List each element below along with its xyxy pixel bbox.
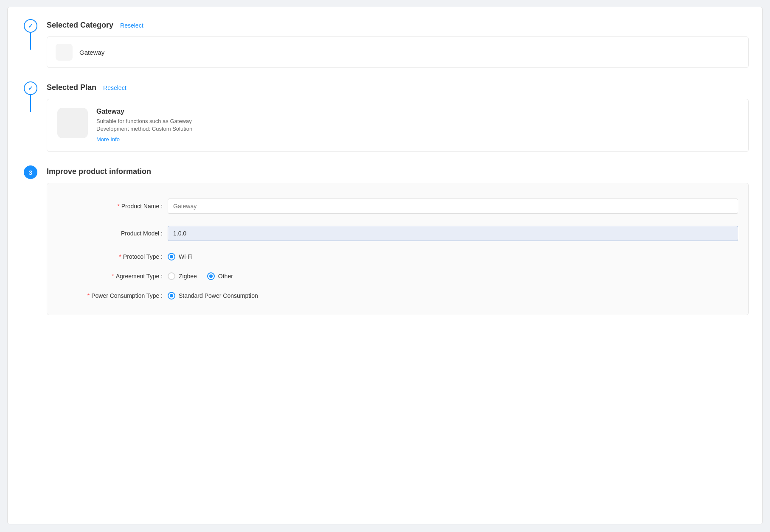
step3-section: 3 Improve product information *Product N… bbox=[21, 165, 749, 329]
more-info-link[interactable]: More Info bbox=[96, 136, 120, 143]
plan-method: Development method: Custom Solution bbox=[96, 126, 738, 132]
step1-check-icon: ✓ bbox=[28, 22, 33, 29]
plan-icon bbox=[57, 108, 88, 138]
protocol-type-row: *Protocol Type : Wi-Fi bbox=[57, 253, 738, 260]
agreement-radio-group: Zigbee Other bbox=[168, 272, 233, 280]
agreement-required-star: * bbox=[112, 273, 114, 280]
step2-section: ✓ Selected Plan Reselect Gateway Suitabl… bbox=[21, 81, 749, 165]
step2-title: Selected Plan bbox=[47, 83, 96, 92]
agreement-zigbee-option[interactable]: Zigbee bbox=[168, 272, 197, 280]
plan-info: Gateway Suitable for functions such as G… bbox=[96, 108, 738, 143]
protocol-wifi-label: Wi-Fi bbox=[179, 253, 193, 260]
agreement-other-option[interactable]: Other bbox=[207, 272, 233, 280]
agreement-type-row: *Agreement Type : Zigbee Other bbox=[57, 272, 738, 280]
product-name-required-star: * bbox=[117, 203, 119, 210]
step1-reselect-link[interactable]: Reselect bbox=[120, 22, 143, 29]
product-model-row: Product Model : bbox=[57, 226, 738, 241]
step1-icon-col: ✓ bbox=[21, 19, 40, 50]
plan-description: Suitable for functions such as Gateway bbox=[96, 118, 738, 124]
agreement-type-label: *Agreement Type : bbox=[57, 273, 168, 280]
step2-content: Selected Plan Reselect Gateway Suitable … bbox=[40, 81, 749, 165]
step3-content: Improve product information *Product Nam… bbox=[40, 165, 749, 329]
power-standard-option[interactable]: Standard Power Consumption bbox=[168, 292, 258, 300]
step2-card: Gateway Suitable for functions such as G… bbox=[47, 99, 749, 152]
step3-title: Improve product information bbox=[47, 167, 151, 176]
step3-icon-col: 3 bbox=[21, 165, 40, 179]
step1-line bbox=[30, 33, 31, 50]
plan-name: Gateway bbox=[96, 108, 738, 115]
protocol-radio-group: Wi-Fi bbox=[168, 253, 193, 260]
category-icon bbox=[56, 44, 73, 61]
step1-header: Selected Category Reselect bbox=[47, 19, 749, 30]
product-model-input[interactable] bbox=[168, 226, 738, 241]
power-consumption-label: *Power Consumption Type : bbox=[57, 292, 168, 299]
protocol-wifi-radio[interactable] bbox=[168, 253, 175, 260]
step2-circle: ✓ bbox=[24, 81, 37, 95]
step1-section: ✓ Selected Category Reselect Gateway bbox=[21, 19, 749, 81]
product-name-input[interactable] bbox=[168, 199, 738, 214]
protocol-required-star: * bbox=[119, 253, 121, 260]
category-label: Gateway bbox=[79, 49, 104, 56]
product-model-label: Product Model : bbox=[57, 230, 168, 237]
step1-content: Selected Category Reselect Gateway bbox=[40, 19, 749, 81]
protocol-wifi-option[interactable]: Wi-Fi bbox=[168, 253, 193, 260]
page-container: ✓ Selected Category Reselect Gateway ✓ bbox=[7, 7, 763, 524]
product-name-label: *Product Name : bbox=[57, 203, 168, 210]
power-consumption-row: *Power Consumption Type : Standard Power… bbox=[57, 292, 738, 300]
agreement-other-radio[interactable] bbox=[207, 272, 215, 280]
power-radio-group: Standard Power Consumption bbox=[168, 292, 258, 300]
agreement-zigbee-label: Zigbee bbox=[179, 273, 197, 280]
step2-header: Selected Plan Reselect bbox=[47, 81, 749, 92]
step3-header: Improve product information bbox=[47, 165, 749, 176]
step3-circle: 3 bbox=[24, 165, 37, 179]
category-card: Gateway bbox=[47, 37, 748, 67]
step1-card: Gateway bbox=[47, 36, 749, 68]
step2-line bbox=[30, 95, 31, 112]
agreement-other-label: Other bbox=[218, 273, 233, 280]
plan-card: Gateway Suitable for functions such as G… bbox=[47, 99, 748, 151]
product-name-row: *Product Name : bbox=[57, 199, 738, 214]
agreement-zigbee-radio[interactable] bbox=[168, 272, 175, 280]
plan-method-value: Custom Solution bbox=[152, 126, 192, 132]
step1-circle: ✓ bbox=[24, 19, 37, 33]
step2-check-icon: ✓ bbox=[28, 85, 33, 92]
power-standard-label: Standard Power Consumption bbox=[179, 292, 258, 299]
form-card: *Product Name : Product Model : *Protoco… bbox=[47, 183, 749, 315]
step2-icon-col: ✓ bbox=[21, 81, 40, 112]
power-required-star: * bbox=[87, 292, 90, 299]
plan-method-label: Development method: bbox=[96, 126, 152, 132]
step1-title: Selected Category bbox=[47, 21, 113, 30]
step2-reselect-link[interactable]: Reselect bbox=[103, 84, 126, 91]
protocol-type-label: *Protocol Type : bbox=[57, 253, 168, 260]
power-standard-radio[interactable] bbox=[168, 292, 175, 300]
